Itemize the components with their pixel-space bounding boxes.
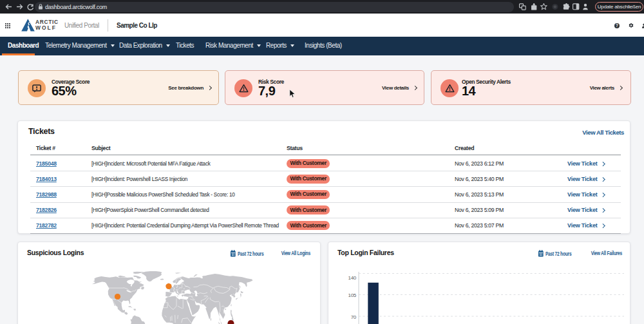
svg-text:140: 140: [348, 275, 357, 281]
svg-text:105: 105: [348, 292, 357, 298]
svg-text:70: 70: [351, 314, 357, 320]
